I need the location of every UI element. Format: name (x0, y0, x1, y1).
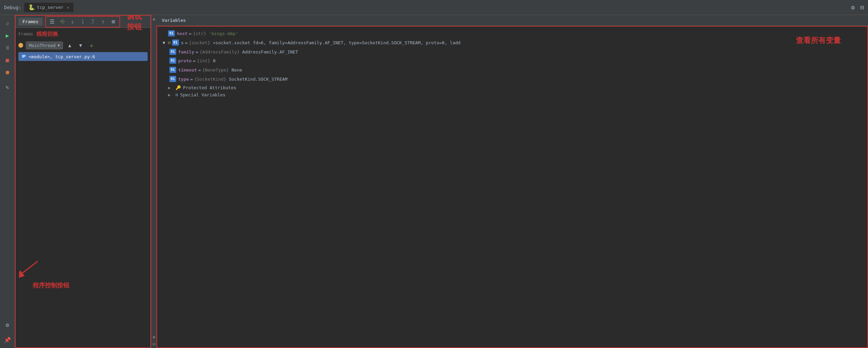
left-sidebar: ↺ ▶ ⏸ ■ ⏺ ✎ ⚙ 📌 (0, 15, 15, 348)
svg-rect-2 (22, 56, 26, 57)
var-row-s[interactable]: ▼ ⊟ 01 s = {socket} <socket.socket fd=6,… (157, 38, 867, 48)
var-name-proto: proto (178, 58, 191, 65)
var-row-timeout: 01 timeout = {NoneType} None (157, 66, 867, 75)
program-control-annotation: 程序控制按钮 (33, 281, 69, 289)
step-out-btn[interactable]: ⤴ (88, 17, 98, 26)
expand-s-button[interactable]: ▼ (163, 39, 168, 47)
debug-toolbar: ☰ ⟲ ↓ ⤵ ⤴ ↑ ⊞ (45, 16, 120, 28)
protected-label: Protected Attributes (183, 85, 236, 90)
var-row-proto: 01 proto = {int} 0 (157, 57, 867, 66)
frames-section: Frames 线程切换 MainThread ▼ ▲ ▼ + (16, 28, 150, 347)
frame-name: <module>, tcp_server.py:6 (29, 54, 95, 59)
special-variables-row[interactable]: ▶ ⊞ Special Variables (157, 91, 867, 98)
resume-btn[interactable]: ⟲ (57, 17, 67, 26)
var-name-family: family (178, 49, 194, 56)
var-row-host: 01 host = {str} 'mings-mbp' (157, 29, 867, 38)
step-into-btn[interactable]: ⤵ (78, 17, 87, 26)
resume-button[interactable]: ▶ (2, 30, 13, 41)
settings-button[interactable]: ⚙ (2, 319, 13, 330)
active-tab[interactable]: 🐍 tcp_server ✕ (24, 3, 74, 12)
type-badge-type: 01 (169, 76, 176, 82)
panel-tabs: Frames ☰ ⟲ ↓ ⤵ ⤴ ↑ ⊞ 调试按钮 (16, 16, 150, 28)
add-button[interactable]: + (87, 41, 96, 49)
top-bar: Debug: 🐍 tcp_server ✕ ⚙ ⊟ (0, 0, 868, 15)
infinity-button[interactable]: ∞ (152, 341, 155, 347)
variables-content: 01 host = {str} 'mings-mbp' ▼ ⊟ 01 s = {… (156, 26, 868, 348)
pin-button[interactable]: 📌 (2, 334, 13, 345)
tab-close-button[interactable]: ✕ (67, 5, 69, 10)
thread-dot (18, 43, 23, 48)
thread-annotation: 线程切换 (36, 31, 58, 38)
frame-type-icon (21, 54, 27, 59)
var-value-host: 'mings-mbp' (209, 30, 238, 37)
var-value-s: <socket.socket fd=6, family=AddressFamil… (213, 39, 461, 47)
content-area: Frames ☰ ⟲ ↓ ⤵ ⤴ ↑ ⊞ 调试按钮 (15, 15, 868, 348)
variables-label: Variables (162, 18, 186, 23)
evaluate-expression-btn[interactable]: ⊞ (108, 17, 118, 26)
red-arrow-icon (19, 258, 39, 278)
var-name-host: host (177, 30, 187, 37)
frame-up-button[interactable]: ▲ (66, 41, 74, 49)
protected-attributes-row[interactable]: ▶ 🔑 Protected Attributes (157, 84, 867, 91)
python-icon: 🐍 (28, 4, 35, 11)
expand-family-placeholder (164, 49, 169, 56)
frame-item[interactable]: <module>, tcp_server.py:6 (18, 52, 148, 61)
type-badge-s: 01 (172, 39, 179, 46)
debug-label: Debug: (4, 5, 21, 10)
thread-name: MainThread (29, 43, 55, 48)
scroll-up-button[interactable]: ▲ (153, 16, 155, 21)
special-icon: ⊞ (176, 92, 178, 97)
s-expand-icon: ⊟ (168, 39, 171, 47)
frame-down-button[interactable]: ▼ (77, 41, 85, 49)
mute-breakpoints-button[interactable]: ✎ (2, 82, 13, 93)
var-value-proto: 0 (213, 58, 216, 65)
scroll-down-button[interactable]: ▼ (153, 335, 155, 340)
variables-panel: Variables 01 host = {str} 'mings-mbp' ▼ … (156, 15, 868, 348)
frames-panel: Frames ☰ ⟲ ↓ ⤵ ⤴ ↑ ⊞ 调试按钮 (15, 15, 151, 348)
var-value-timeout: None (232, 67, 242, 74)
expand-proto-placeholder (164, 58, 169, 65)
thread-dropdown[interactable]: MainThread ▼ (26, 42, 63, 49)
var-name-timeout: timeout (178, 67, 197, 74)
top-bar-right: ⚙ ⊟ (851, 4, 864, 11)
type-badge-family: 01 (169, 49, 176, 55)
expand-special-button[interactable]: ▶ (168, 92, 173, 97)
type-badge-host: 01 (168, 30, 175, 36)
expand-type-placeholder (164, 76, 169, 83)
rerun-button[interactable]: ↺ (2, 18, 13, 29)
var-row-family: 01 family = {AddressFamily} AddressFamil… (157, 48, 867, 57)
svg-line-5 (22, 261, 38, 273)
type-badge-timeout: 01 (169, 67, 176, 73)
special-label: Special Variables (180, 92, 226, 97)
var-value-type: SocketKind.SOCK_STREAM (229, 76, 287, 83)
thread-selector: MainThread ▼ ▲ ▼ + (18, 41, 148, 49)
var-name-type: type (178, 76, 189, 83)
svg-rect-3 (22, 57, 24, 58)
var-name-s: s (181, 39, 184, 47)
expand-protected-button[interactable]: ▶ (168, 85, 173, 90)
expand-timeout-placeholder (164, 67, 169, 74)
scroll-strip: ▲ ▼ ∞ (151, 15, 156, 348)
expand-placeholder (163, 30, 168, 37)
key-icon: 🔑 (176, 85, 181, 90)
stop-button[interactable]: ■ (2, 54, 13, 65)
tab-name: tcp_server (37, 5, 64, 10)
toggle-frames-button[interactable]: ☰ (47, 17, 57, 26)
pause-button[interactable]: ⏸ (2, 42, 13, 53)
var-row-type: 01 type = {SocketKind} SocketKind.SOCK_S… (157, 75, 867, 84)
variables-header: Variables (156, 15, 868, 26)
main-layout: ↺ ▶ ⏸ ■ ⏺ ✎ ⚙ 📌 Frames ☰ ⟲ ↓ ⤵ ⤴ (0, 15, 868, 348)
breakpoint-button[interactable]: ⏺ (2, 67, 13, 78)
type-badge-proto: 01 (169, 58, 176, 64)
arrow-annotation-wrapper (19, 258, 39, 279)
settings-icon[interactable]: ⚙ (851, 4, 855, 11)
tab-debugger[interactable]: Frames (18, 18, 43, 26)
step-over-btn[interactable]: ↓ (68, 17, 77, 26)
dropdown-arrow-icon: ▼ (57, 43, 60, 48)
svg-rect-1 (22, 55, 26, 56)
var-value-family: AddressFamily.AF_INET (242, 49, 298, 56)
frames-label: Frames (18, 32, 33, 36)
run-to-cursor-btn[interactable]: ↑ (98, 17, 108, 26)
layout-icon[interactable]: ⊟ (860, 4, 864, 11)
